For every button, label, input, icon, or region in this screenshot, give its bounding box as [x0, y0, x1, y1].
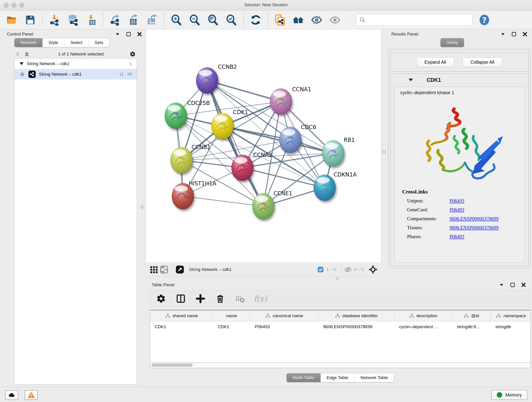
hide-unhide-button[interactable] — [311, 14, 323, 26]
table-cell[interactable]: stringdb — [491, 321, 531, 332]
right-splitter-handle[interactable] — [382, 150, 386, 154]
collection-disclosure-icon[interactable] — [19, 62, 24, 65]
column-header--id[interactable]: @id — [452, 310, 491, 321]
node-ccna2[interactable] — [231, 155, 253, 181]
node-ccnb2[interactable] — [196, 67, 218, 94]
search-input[interactable] — [368, 17, 469, 22]
node-hist1h1a[interactable] — [172, 183, 194, 209]
left-splitter-handle[interactable] — [140, 205, 144, 209]
tab-edge-table[interactable]: Edge Table — [321, 373, 355, 382]
table-cell[interactable]: CDK1 — [213, 321, 250, 332]
show-graphics-button[interactable] — [329, 14, 341, 26]
node-cdk1[interactable] — [211, 113, 234, 139]
home-view-button[interactable] — [292, 14, 304, 26]
node-ccna1[interactable] — [270, 89, 292, 115]
results-panel-menu-button[interactable] — [500, 31, 506, 37]
column-header-namespace[interactable]: namespace — [491, 310, 531, 321]
help-button[interactable]: ? — [478, 14, 490, 26]
memory-button[interactable]: Memory — [491, 390, 527, 400]
scrollbar-thumb[interactable] — [152, 364, 193, 367]
hidden-eye-slash-icon[interactable] — [344, 266, 352, 274]
column-header-canonical-name[interactable]: canonical name — [250, 310, 318, 321]
table-cell[interactable]: 9606.ENSP00000378699 — [318, 321, 394, 332]
import-network-button[interactable] — [49, 14, 60, 26]
crosslink-link[interactable]: P06493 — [450, 198, 464, 204]
network-edges[interactable] — [176, 80, 333, 206]
node-cdkn1a[interactable] — [314, 175, 336, 201]
string-copy-network-button[interactable] — [274, 14, 286, 26]
protein-disclosure-icon[interactable] — [409, 79, 413, 81]
table-options-button[interactable] — [155, 293, 167, 305]
node-cdc25b[interactable] — [165, 103, 187, 129]
table-panel-close-button[interactable] — [520, 282, 526, 288]
function-builder-button[interactable]: f(x) — [254, 294, 267, 303]
fit-selected-crosshair-button[interactable] — [368, 264, 378, 274]
save-session-button[interactable] — [24, 14, 36, 26]
tab-node-table[interactable]: Node Table — [287, 373, 321, 382]
table-cell[interactable]: cyclin–dependent ... — [394, 321, 452, 332]
table-cell[interactable]: stringdb:9... — [452, 321, 491, 332]
search-box[interactable] — [356, 14, 472, 26]
column-header-shared-name[interactable]: shared name — [150, 310, 213, 321]
table-panel-menu-button[interactable] — [499, 282, 505, 288]
crosslink-link[interactable]: P06493 — [450, 234, 464, 240]
results-panel-float-button[interactable] — [511, 31, 517, 37]
show-columns-button[interactable] — [175, 293, 187, 305]
zoom-out-button[interactable] — [189, 14, 201, 26]
import-table-button[interactable] — [85, 14, 97, 26]
open-in-window-button[interactable] — [175, 264, 185, 274]
create-column-button[interactable] — [195, 293, 206, 305]
network-row[interactable]: String Network – cdk1 11 48 — [14, 69, 137, 80]
expand-all-networks-icon[interactable] — [14, 51, 21, 57]
node-ccnb1[interactable] — [171, 147, 192, 173]
column-header-database-identifier[interactable]: database identifier — [318, 310, 394, 321]
delete-table-button[interactable] — [234, 293, 246, 305]
bottom-splitter-handle[interactable] — [336, 277, 339, 280]
delete-column-button[interactable] — [214, 293, 226, 305]
node-cdc6[interactable] — [279, 127, 301, 153]
network-collection-row[interactable]: String Network – cdk1 1 — [14, 58, 137, 69]
protein-section-header[interactable]: CDK1 — [390, 74, 528, 86]
tab-string[interactable]: String — [441, 38, 464, 47]
zoom-in-button[interactable] — [171, 14, 182, 26]
node-rb1[interactable] — [322, 140, 344, 166]
node-ccne1[interactable] — [252, 193, 274, 219]
column-header-name[interactable]: name — [213, 310, 250, 321]
tab-network-table[interactable]: Network Table — [354, 373, 394, 382]
selected-checkbox-icon[interactable] — [317, 266, 324, 273]
column-header-description[interactable]: description — [394, 310, 452, 321]
cloud-status-button[interactable] — [5, 390, 18, 400]
network-options-gear-icon[interactable] — [129, 51, 136, 57]
edge-HIST1H1A-CCNE1[interactable] — [183, 196, 263, 206]
export-table-button[interactable] — [128, 14, 140, 26]
birdseye-view-button[interactable] — [149, 264, 159, 274]
tab-sets[interactable]: Sets — [89, 38, 109, 47]
crosslink-link[interactable]: 9606.ENSP00000378699 — [450, 216, 499, 222]
crosslink-link[interactable]: 9606.ENSP00000378699 — [450, 225, 499, 230]
apply-layout-button[interactable] — [250, 14, 262, 26]
network-canvas[interactable]: CCNB2CCNA1CDC25BCDK1CDC6RB1CCNB1CCNA2CDK… — [146, 29, 381, 263]
crosslink-link[interactable]: P06493 — [450, 207, 464, 213]
table-row[interactable]: CDK1CDK1P064939606.ENSP00000378699cyclin… — [150, 321, 530, 332]
warnings-button[interactable] — [25, 390, 38, 400]
control-panel-close-button[interactable] — [137, 31, 143, 37]
tab-select[interactable]: Select — [64, 38, 89, 47]
table-cell[interactable]: CDK1 — [150, 321, 213, 332]
open-session-button[interactable] — [6, 14, 18, 26]
control-panel-float-button[interactable] — [126, 31, 132, 37]
table-panel-float-button[interactable] — [510, 282, 515, 288]
string-badge-icon[interactable] — [159, 264, 169, 274]
network-graph[interactable] — [146, 29, 381, 263]
edge-CCNB2-CCNE1[interactable] — [207, 80, 263, 206]
table-horizontal-scrollbar[interactable] — [150, 363, 531, 368]
expand-all-button[interactable]: Expand All — [416, 57, 454, 67]
results-panel-close-button[interactable] — [522, 31, 528, 37]
tab-style[interactable]: Style — [42, 38, 64, 47]
export-image-button[interactable] — [146, 14, 158, 26]
collapse-all-button[interactable]: Collapse All — [462, 57, 502, 67]
table-cell[interactable]: P06493 — [250, 321, 318, 332]
control-panel-menu-button[interactable] — [114, 31, 120, 37]
import-network-from-database-button[interactable] — [67, 14, 79, 26]
collapse-all-networks-icon[interactable] — [23, 51, 30, 57]
zoom-fit-button[interactable] — [207, 14, 219, 26]
